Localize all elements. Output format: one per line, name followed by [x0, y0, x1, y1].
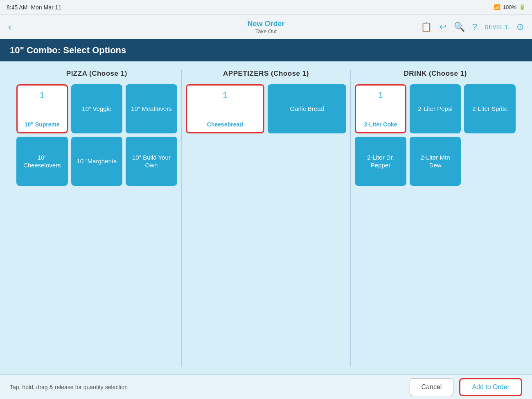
item-tile-cheesebread[interactable]: 1Cheesebread	[186, 84, 264, 133]
add-to-order-button[interactable]: Add to Order	[459, 378, 522, 396]
battery-icon: 🔋	[519, 4, 525, 10]
qty-badge-cheesebread: 1	[223, 90, 228, 101]
item-tile-2l-coke[interactable]: 12-Liter Coke	[355, 84, 406, 133]
tile-label-2l-coke: 2-Liter Coke	[356, 121, 405, 128]
order-subtitle: Take Out	[247, 28, 284, 34]
battery-display: 100%	[503, 4, 516, 10]
item-tile-10-margherita[interactable]: 10" Margherita	[71, 137, 123, 186]
order-title: New Order	[247, 20, 284, 28]
back-button[interactable]: ‹	[8, 21, 11, 33]
qty-badge-10-supreme: 1	[40, 90, 45, 101]
cancel-button[interactable]: Cancel	[410, 378, 454, 396]
item-tile-2l-drpepper[interactable]: 2-Liter Dr. Pepper	[355, 137, 406, 186]
main-content: PIZZA (Choose 1)110" Supreme10" Veggie10…	[0, 61, 532, 375]
nav-right: 📋 ↩ 🔍 ? REVEL T. ⊙	[421, 22, 524, 32]
item-tile-2l-sprite[interactable]: 2-Liter Sprite	[464, 84, 516, 133]
date-display: Mon Mar 11	[31, 4, 61, 11]
tile-label-10-supreme: 10" Supreme	[18, 121, 67, 128]
item-tile-garlic-bread[interactable]: Garlic Bread	[268, 84, 346, 133]
footer-hint: Tap, hold, drag & release for quantity s…	[10, 384, 128, 390]
category-title-pizza: PIZZA (Choose 1)	[66, 70, 127, 78]
qty-badge-2l-coke: 1	[378, 90, 383, 101]
items-grid-appetizers: 1CheesebreadGarlic Bread	[186, 84, 347, 133]
item-tile-10-meatlovers[interactable]: 10" Meatlovers	[126, 84, 177, 133]
status-bar-right: 📶 100% 🔋	[494, 4, 525, 10]
note-icon[interactable]: 📋	[421, 22, 432, 32]
help-icon[interactable]: ?	[472, 22, 477, 32]
footer-buttons: Cancel Add to Order	[410, 378, 522, 396]
item-tile-10-cheeselovers[interactable]: 10" Cheeselovers	[16, 137, 68, 186]
category-drink: DRINK (Choose 1)12-Liter Coke2-Liter Pep…	[351, 70, 520, 367]
items-grid-pizza: 110" Supreme10" Veggie10" Meatlovers10" …	[16, 84, 177, 186]
status-bar: 8:45 AM Mon Mar 11 📶 100% 🔋	[0, 0, 532, 15]
category-appetizers: APPETIZERS (Choose 1)1CheesebreadGarlic …	[182, 70, 351, 367]
undo-icon[interactable]: ↩	[439, 22, 446, 32]
item-tile-10-veggie[interactable]: 10" Veggie	[71, 84, 123, 133]
category-pizza: PIZZA (Choose 1)110" Supreme10" Veggie10…	[12, 70, 182, 367]
user-label: REVEL T.	[485, 24, 509, 30]
footer: Tap, hold, drag & release for quantity s…	[0, 374, 532, 399]
logout-icon[interactable]: ⊙	[516, 22, 524, 32]
category-title-drink: DRINK (Choose 1)	[404, 70, 467, 78]
item-tile-2l-mtndew[interactable]: 2-Liter Mtn Dew	[410, 137, 461, 186]
items-grid-drink: 12-Liter Coke2-Liter Pepsi2-Liter Sprite…	[355, 84, 516, 186]
search-icon[interactable]: 🔍	[454, 22, 465, 32]
item-tile-10-supreme[interactable]: 110" Supreme	[16, 84, 68, 133]
item-tile-2l-pepsi[interactable]: 2-Liter Pepsi	[410, 84, 461, 133]
item-tile-10-build[interactable]: 10" Build Your Own	[126, 137, 177, 186]
category-title-appetizers: APPETIZERS (Choose 1)	[223, 70, 309, 78]
nav-center: New Order Take Out	[247, 20, 284, 34]
wifi-icon: 📶	[494, 4, 500, 10]
tile-label-cheesebread: Cheesebread	[187, 121, 263, 128]
page-header: 10" Combo: Select Options	[0, 39, 532, 61]
time-display: 8:45 AM	[7, 4, 27, 11]
page-title: 10" Combo: Select Options	[10, 45, 126, 55]
status-bar-left: 8:45 AM Mon Mar 11	[7, 4, 61, 11]
top-nav: ‹ New Order Take Out 📋 ↩ 🔍 ? REVEL T. ⊙	[0, 15, 532, 39]
